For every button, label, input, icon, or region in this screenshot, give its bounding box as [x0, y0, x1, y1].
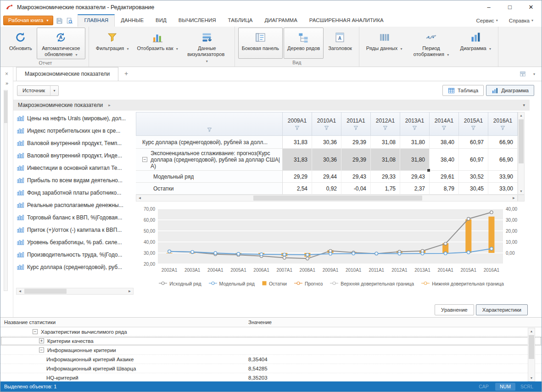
ribbon-tab-2[interactable]: ВИД: [150, 14, 173, 27]
series-tree-item[interactable]: Курс доллара (среднегодовой), руб...: [15, 261, 135, 273]
maximize-button[interactable]: □: [499, 0, 520, 14]
result-tab-1[interactable]: Характеристики: [476, 304, 528, 315]
filter-icon[interactable]: [500, 125, 505, 130]
series-tree-item[interactable]: Валовой внутренний продукт, Инде...: [15, 149, 135, 162]
ribbon-tab-5[interactable]: ДИАГРАММА: [258, 14, 303, 27]
top-menu-0[interactable]: Сервис▾: [476, 18, 497, 23]
scrollbar-track[interactable]: [528, 334, 535, 375]
filter-icon[interactable]: [324, 125, 329, 130]
column-header[interactable]: 2011A1: [341, 112, 371, 136]
table-vertical-scrollbar[interactable]: ▲ ▼: [518, 112, 525, 195]
ribbon-button-display-as[interactable]: Отобразить как ▾: [134, 28, 182, 66]
save-icon[interactable]: [56, 17, 63, 24]
series-tree-item[interactable]: Торговый баланс к ВВП, %|Годовая...: [15, 211, 135, 224]
ribbon-button-display-period[interactable]: Период отображения ▾: [407, 28, 456, 59]
table-cell[interactable]: 0,92: [312, 183, 341, 195]
report-layout-icon[interactable]: [520, 71, 526, 77]
table-cell[interactable]: 30,45: [459, 183, 488, 195]
dropdown-caret-icon[interactable]: ▾: [523, 103, 525, 107]
report-section-header[interactable]: Макроэкономические показатели ▸ ▾: [13, 100, 530, 111]
table-cell[interactable]: 60,97: [459, 149, 488, 171]
scroll-right-icon[interactable]: ►: [126, 289, 133, 293]
scroll-right-icon[interactable]: ►: [510, 196, 517, 200]
filter-icon[interactable]: [471, 125, 476, 130]
table-cell[interactable]: 66,90: [488, 149, 518, 171]
column-header[interactable]: 2009A1: [283, 112, 312, 136]
panel-expand-icon[interactable]: »: [0, 80, 13, 86]
table-cell[interactable]: 31,83: [283, 149, 312, 171]
document-tab[interactable]: Макроэкономические показатели: [16, 67, 118, 81]
series-tree-item[interactable]: Фонд заработной платы работнико...: [15, 186, 135, 199]
ribbon-button-refresh[interactable]: Обновить: [6, 28, 36, 59]
column-header[interactable]: 2012A1: [371, 112, 400, 136]
series-tree-item[interactable]: Цены на нефть Urals (мировые), дол...: [15, 112, 135, 124]
column-header[interactable]: 2016A1: [488, 112, 518, 136]
row-header[interactable]: −Экспоненциальное сглаживание: прогноз(К…: [136, 149, 283, 171]
result-tab-0[interactable]: Уравнение: [435, 304, 474, 315]
ribbon-button-header-title[interactable]: AЗаголовок: [324, 28, 356, 59]
table-cell[interactable]: 29,43: [341, 171, 371, 183]
tree-toggle-icon[interactable]: −: [39, 347, 44, 353]
series-tree-item[interactable]: Индекс потребительских цен в сре...: [15, 124, 135, 137]
scrollbar-thumb[interactable]: [4, 91, 7, 123]
legend-item[interactable]: Модельный ряд: [209, 280, 255, 287]
scrollbar-track[interactable]: [518, 118, 524, 188]
ribbon-button-filter[interactable]: Фильтрация ▾: [92, 28, 133, 66]
chart[interactable]: 20,0030,0040,0050,0060,0070,000,0010,002…: [136, 206, 527, 280]
collapse-toggle-icon[interactable]: −: [142, 157, 147, 162]
top-menu-1[interactable]: Справка▾: [509, 18, 533, 23]
panel-close-icon[interactable]: ×: [0, 71, 13, 77]
preview-icon[interactable]: [66, 17, 73, 24]
status-toggle-num[interactable]: NUM: [495, 383, 515, 391]
table-cell[interactable]: 60,97: [459, 136, 488, 149]
row-header[interactable]: Курс доллара (среднегодовой), рублей за …: [136, 136, 283, 149]
table-cell[interactable]: 29,39: [341, 149, 371, 171]
table-horizontal-scrollbar[interactable]: ◄ ►: [136, 195, 518, 202]
table-cell[interactable]: 31,80: [400, 149, 430, 171]
ribbon-tab-4[interactable]: ТАБЛИЦА: [222, 14, 259, 27]
filter-icon[interactable]: [207, 127, 212, 132]
series-tree-item[interactable]: Прибыль по всем видам деятельно...: [15, 174, 135, 186]
filter-icon[interactable]: [383, 125, 388, 130]
stats-vertical-scrollbar[interactable]: ▲ ▼: [528, 328, 535, 381]
ribbon-button-chart[interactable]: Диаграмма ▾: [457, 28, 495, 59]
tree-toggle-icon[interactable]: −: [33, 329, 38, 334]
workbook-menu-button[interactable]: Рабочая книга ▾: [3, 16, 53, 25]
status-toggle-cap[interactable]: CAP: [474, 383, 494, 391]
column-header[interactable]: 2014A1: [430, 112, 459, 136]
filter-icon[interactable]: [412, 125, 417, 130]
stats-row[interactable]: +Критерии качества: [0, 336, 542, 346]
ribbon-tab-0[interactable]: ГЛАВНАЯ: [78, 14, 115, 27]
table-cell[interactable]: 30,36: [312, 149, 341, 171]
table-cell[interactable]: -0,04: [341, 183, 371, 195]
table-cell[interactable]: 29,33: [371, 171, 400, 183]
table-cell[interactable]: 38,40: [430, 136, 459, 149]
ribbon-button-data-series[interactable]: Ряды данных ▾: [363, 28, 406, 59]
table-cell[interactable]: 8,79: [430, 183, 459, 195]
scrollbar-track[interactable]: [143, 195, 510, 201]
table-cell[interactable]: 30,52: [459, 171, 488, 183]
legend-item[interactable]: Нижняя доверительная граница: [421, 280, 504, 287]
stats-row[interactable]: −Информационные критерии: [0, 346, 542, 355]
table-cell[interactable]: 31,08: [371, 149, 400, 171]
series-tree-item[interactable]: Инвестиции в основной капитал Те...: [15, 162, 135, 174]
column-header[interactable]: 2013A1: [400, 112, 430, 136]
table-cell[interactable]: 1,75: [371, 183, 400, 195]
scroll-up-icon[interactable]: ▲: [518, 112, 524, 118]
tree-toggle-icon[interactable]: +: [39, 338, 44, 343]
source-button[interactable]: Источник ▾: [17, 85, 59, 96]
table-cell[interactable]: 33,90: [488, 171, 518, 183]
table-cell[interactable]: 66,90: [488, 136, 518, 149]
status-toggle-scrl[interactable]: SCRL: [517, 383, 537, 391]
column-header-rows[interactable]: [136, 112, 283, 136]
table-cell[interactable]: 31,80: [400, 136, 430, 149]
row-header[interactable]: Остатки: [136, 183, 283, 195]
stats-row[interactable]: Информационный критерий Акаике8,35404: [0, 355, 542, 364]
stats-row[interactable]: HQ-критерий8,35203: [0, 373, 542, 381]
table-cell[interactable]: 31,08: [371, 136, 400, 149]
table-cell[interactable]: 38,40: [430, 149, 459, 171]
series-tree-item[interactable]: Производительность труда, %|Годо...: [15, 248, 135, 261]
scrollbar-thumb[interactable]: [529, 335, 534, 359]
stats-row[interactable]: Информационный критерий Шварца8,54285: [0, 364, 542, 373]
scrollbar-thumb[interactable]: [253, 196, 422, 201]
